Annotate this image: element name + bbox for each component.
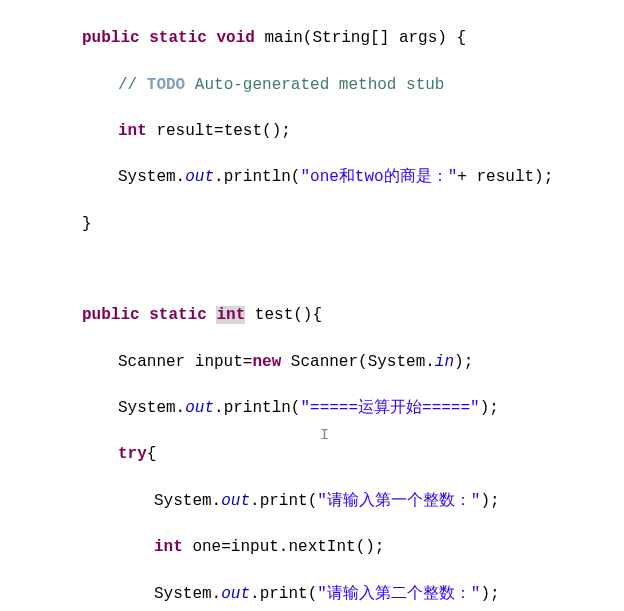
code-area: public static void main(String[] args) {… [0, 4, 624, 611]
code-line: try{ [0, 443, 624, 466]
text-cursor-icon: I [320, 425, 329, 447]
code-line: System.out.print("请输入第一个整数："); [0, 490, 624, 513]
code-line: int result=test(); [0, 120, 624, 143]
code-line: Scanner input=new Scanner(System.in); [0, 351, 624, 374]
code-line: public static void main(String[] args) { [0, 27, 624, 50]
code-line: System.out.println("one和two的商是："+ result… [0, 166, 624, 189]
code-line: System.out.println("=====运算开始====="); [0, 397, 624, 420]
code-line: // TODO Auto-generated method stub [0, 74, 624, 97]
code-line: int one=input.nextInt(); [0, 536, 624, 559]
code-line: public static int test(){ [0, 304, 624, 327]
code-line: } [0, 213, 624, 236]
code-line: System.out.print("请输入第二个整数："); [0, 583, 624, 606]
